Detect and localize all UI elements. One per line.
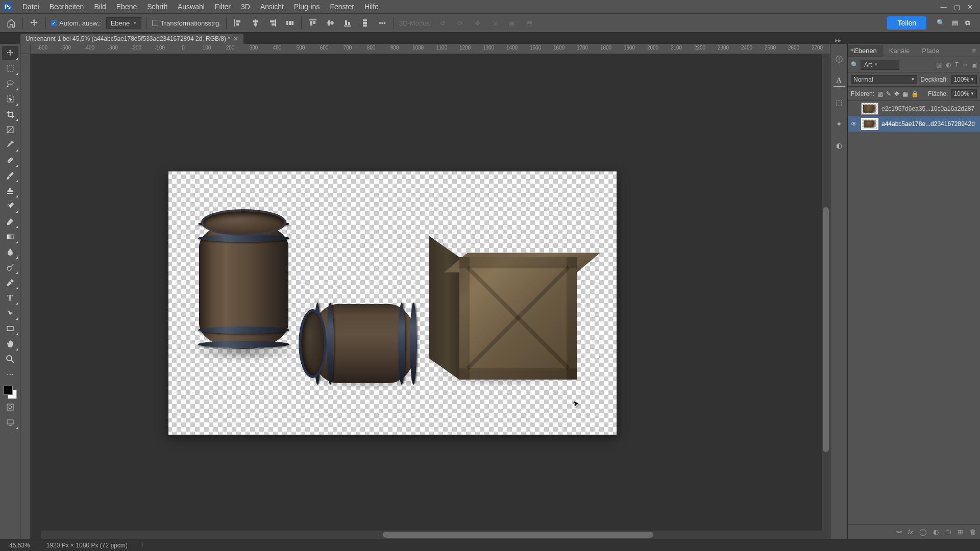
3d-orbit-icon[interactable]: ⟳ (454, 17, 466, 29)
move-tool-icon[interactable] (28, 17, 40, 29)
adjustment-icon[interactable]: ◐ (933, 528, 939, 536)
tool-quick-mask[interactable] (2, 400, 18, 414)
tool-pen[interactable] (2, 276, 18, 290)
menu-view[interactable]: Ansicht (255, 1, 289, 12)
auto-select-checkbox[interactable]: Autom. ausw.: (51, 19, 101, 27)
document-tab[interactable]: Unbenannt-1 bei 45,5% (a44abc5ae178e5f53… (20, 34, 243, 44)
layer-row[interactable]: e2c1957d6ea35...10c0a16a2d287 (848, 101, 980, 116)
menu-window[interactable]: Fenster (325, 1, 359, 12)
layer-kind-dropdown[interactable]: Art▼ (861, 60, 899, 70)
menu-help[interactable]: Hilfe (359, 1, 384, 12)
menu-image[interactable]: Bild (89, 1, 111, 12)
tool-eyedropper[interactable] (2, 138, 18, 152)
tool-zoom[interactable] (2, 352, 18, 366)
more-options-icon[interactable]: ••• (376, 17, 388, 29)
distribute-v-icon[interactable] (359, 17, 371, 29)
info-panel-icon[interactable]: ⓘ (834, 54, 845, 65)
window-restore-icon[interactable]: ▢ (954, 3, 960, 11)
tool-type[interactable]: T (2, 291, 18, 305)
3d-reset-icon[interactable]: ↺ (436, 17, 449, 29)
tool-edit-toolbar[interactable]: ⋯ (2, 367, 18, 382)
tool-hand[interactable] (2, 337, 18, 351)
menu-select[interactable]: Auswahl (173, 1, 210, 12)
align-right-icon[interactable] (266, 17, 279, 29)
lock-position-icon[interactable]: ✥ (894, 90, 899, 97)
menu-filter[interactable]: Filter (210, 1, 236, 12)
filter-smart-icon[interactable]: ▣ (971, 61, 977, 68)
tool-stamp[interactable] (2, 184, 18, 198)
layer-thumbnail[interactable] (861, 118, 878, 130)
character-panel-icon[interactable]: A (834, 76, 845, 87)
tool-history-brush[interactable] (2, 199, 18, 213)
home-icon[interactable] (5, 17, 17, 29)
menu-file[interactable]: Datei (17, 1, 44, 12)
tool-path-select[interactable] (2, 306, 18, 320)
layer-visibility-icon[interactable]: 👁 (850, 120, 858, 128)
link-layers-icon[interactable]: ⫘ (895, 528, 902, 536)
status-arrow-icon[interactable]: 〉 (141, 541, 147, 549)
blend-mode-dropdown[interactable]: Normal▼ (851, 75, 917, 84)
search-icon[interactable]: 🔍 (937, 19, 945, 27)
horizontal-ruler[interactable]: -600-500-400-300-200-1000100200300400500… (20, 44, 830, 54)
canvas-area[interactable] (31, 54, 830, 539)
layer-name[interactable]: a44abc5ae178e...d23416728942d (881, 120, 978, 128)
filter-pixel-icon[interactable]: ▨ (936, 61, 942, 68)
layer-thumbnail[interactable] (861, 103, 878, 115)
group-icon[interactable]: 🗀 (945, 528, 951, 536)
status-doc-info[interactable]: 1920 Px × 1080 Px (72 ppcm) (43, 542, 131, 549)
delete-layer-icon[interactable]: 🗑 (969, 528, 976, 536)
align-bottom-icon[interactable] (341, 17, 354, 29)
fill-field[interactable]: 100%▼ (951, 89, 977, 98)
foreground-color[interactable] (4, 386, 13, 395)
auto-select-mode-dropdown[interactable]: Ebene▼ (106, 17, 142, 29)
lock-transparency-icon[interactable]: ▨ (877, 90, 883, 97)
filter-adjust-icon[interactable]: ◐ (946, 61, 951, 68)
collapse-panel-icon[interactable]: ◂◂ (850, 46, 856, 53)
workspace-icon[interactable]: ▤ (952, 19, 958, 27)
vertical-scrollbar[interactable] (822, 54, 830, 531)
lock-all-icon[interactable]: 🔒 (911, 90, 919, 97)
tool-screen-mode[interactable] (2, 415, 18, 430)
panel-menu-icon[interactable]: ≡ (968, 45, 980, 57)
3d-camera-icon[interactable]: ▣ (506, 17, 518, 29)
tool-marquee[interactable] (2, 61, 18, 76)
filter-type-icon[interactable]: T (955, 61, 959, 68)
tool-rectangle[interactable] (2, 321, 18, 336)
layer-row[interactable]: 👁 a44abc5ae178e...d23416728942d (848, 116, 980, 132)
tab-channels[interactable]: Kanäle (883, 45, 916, 57)
layer-name[interactable]: e2c1957d6ea35...10c0a16a2d287 (881, 105, 978, 112)
filter-shape-icon[interactable]: ▱ (963, 61, 967, 68)
tool-eraser[interactable] (2, 214, 18, 229)
lock-pixels-icon[interactable]: ✎ (886, 90, 891, 97)
window-minimize-icon[interactable]: — (940, 3, 947, 11)
tool-object-select[interactable] (2, 92, 18, 106)
color-panel-icon[interactable]: ◐ (834, 140, 845, 151)
distribute-h-icon[interactable] (284, 17, 296, 29)
3d-toggle-icon[interactable]: ⬒ (523, 17, 535, 29)
tool-brush[interactable] (2, 168, 18, 183)
color-swatches[interactable] (4, 386, 17, 399)
align-top-icon[interactable] (307, 17, 319, 29)
3d-panel-icon[interactable]: ⬚ (834, 97, 845, 108)
libraries-panel-icon[interactable]: ✦ (834, 118, 845, 130)
tab-paths[interactable]: Pfade (916, 45, 945, 57)
tool-lasso[interactable] (2, 77, 18, 91)
transform-controls-checkbox[interactable]: Transformationsstrg. (152, 19, 221, 27)
menu-plugins[interactable]: Plug-ins (289, 1, 325, 12)
tool-crop[interactable] (2, 107, 18, 121)
artboard[interactable] (168, 171, 617, 435)
tool-move[interactable] (2, 46, 18, 60)
tool-gradient[interactable] (2, 230, 18, 244)
lock-artboard-icon[interactable]: ▦ (902, 90, 908, 97)
align-vcenter-icon[interactable] (324, 17, 336, 29)
tool-frame[interactable] (2, 122, 18, 137)
menu-edit[interactable]: Bearbeiten (44, 1, 89, 12)
tool-dodge[interactable] (2, 260, 18, 274)
new-layer-icon[interactable]: ⊞ (958, 528, 963, 536)
layer-fx-icon[interactable]: fx (908, 528, 913, 536)
window-close-icon[interactable]: ✕ (967, 3, 973, 11)
align-left-icon[interactable] (232, 17, 244, 29)
tool-blur[interactable] (2, 245, 18, 259)
popout-icon[interactable]: ⧉ (965, 19, 970, 27)
3d-pan-icon[interactable]: ✥ (471, 17, 483, 29)
